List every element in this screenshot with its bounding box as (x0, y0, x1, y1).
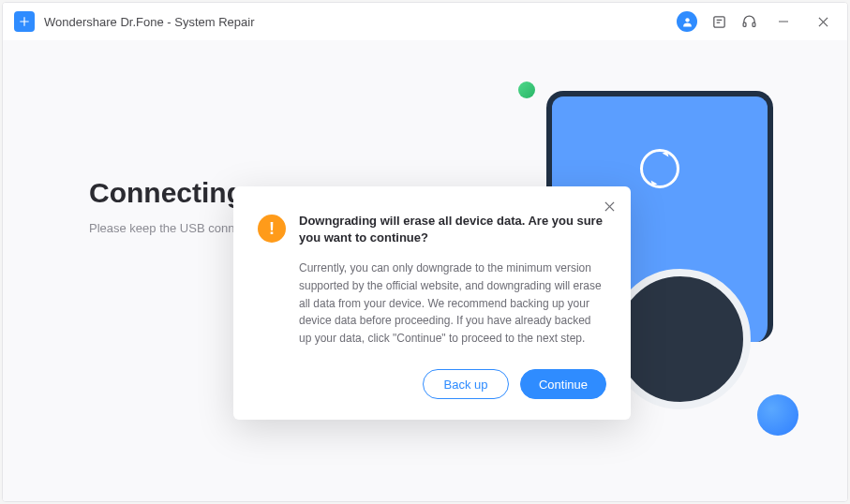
titlebar-actions (677, 8, 836, 35)
dialog-title: Downgrading will erase all device data. … (299, 213, 606, 246)
svg-point-0 (685, 18, 689, 22)
continue-button[interactable]: Continue (520, 369, 606, 399)
dialog-body: Currently, you can only downgrade to the… (258, 259, 606, 347)
minimize-button[interactable] (770, 8, 797, 35)
confirm-dialog: ! Downgrading will erase all device data… (233, 186, 631, 420)
content-area: Connecting. Please keep the USB connecti… (3, 40, 847, 501)
user-account-icon[interactable] (677, 11, 697, 32)
app-window: Wondershare Dr.Fone - System Repair Conn… (2, 2, 848, 502)
svg-rect-2 (743, 22, 746, 26)
close-window-button[interactable] (810, 8, 836, 35)
warning-icon: ! (258, 215, 286, 243)
window-title: Wondershare Dr.Fone - System Repair (44, 15, 254, 29)
modal-backdrop: ! Downgrading will erase all device data… (3, 40, 847, 501)
app-logo-icon (14, 11, 35, 32)
dialog-footer: Back up Continue (258, 369, 606, 399)
svg-rect-1 (713, 16, 723, 26)
titlebar: Wondershare Dr.Fone - System Repair (3, 3, 847, 40)
support-headset-icon[interactable] (740, 13, 757, 30)
backup-button[interactable]: Back up (423, 369, 509, 399)
svg-rect-3 (753, 22, 755, 26)
feedback-icon[interactable] (710, 13, 727, 30)
dialog-close-button[interactable] (601, 198, 618, 215)
